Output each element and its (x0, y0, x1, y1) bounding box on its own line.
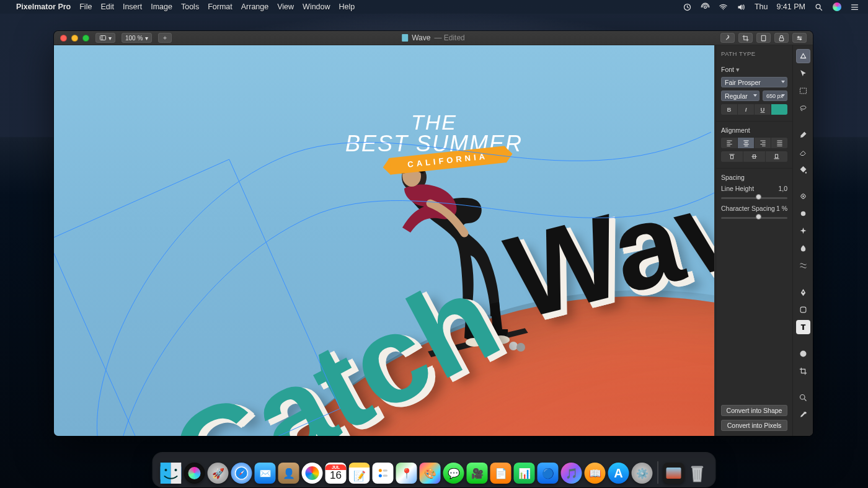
menu-edit[interactable]: Edit (100, 2, 114, 11)
tool-style[interactable] (796, 49, 810, 63)
dock-document[interactable] (663, 463, 684, 484)
menu-format[interactable]: Format (208, 2, 232, 11)
dock-pixelmator[interactable]: 🎨 (420, 463, 441, 484)
menubar-day[interactable]: Thu (755, 2, 768, 11)
font-family-dropdown[interactable]: Fair Prosper (721, 77, 787, 87)
spotlight-icon[interactable] (814, 2, 823, 12)
menu-help[interactable]: Help (339, 2, 355, 11)
menu-view[interactable]: View (277, 2, 294, 11)
valign-bottom[interactable] (766, 151, 787, 162)
dock-appstore[interactable]: A (608, 463, 629, 484)
dock-messages[interactable]: 💬 (443, 463, 464, 484)
wifi-icon[interactable] (719, 2, 728, 12)
font-size-dropdown[interactable]: 650 px (763, 91, 787, 101)
crop-button[interactable] (738, 33, 753, 43)
valign-top[interactable] (721, 151, 743, 162)
document-name: Wave (412, 33, 430, 42)
tool-rect-select[interactable] (796, 84, 810, 98)
dock-ibooks[interactable]: 📖 (585, 463, 606, 484)
tool-eraser[interactable] (796, 145, 810, 159)
dock-keynote[interactable]: 🔵 (538, 463, 559, 484)
menu-file[interactable]: File (79, 2, 92, 11)
dock-contacts[interactable]: 👤 (278, 463, 299, 484)
dock-pages[interactable]: 📄 (490, 463, 512, 484)
volume-icon[interactable] (737, 2, 746, 12)
valign-middle[interactable] (743, 151, 766, 162)
sidebar-toggle-button[interactable]: ▾ (95, 33, 115, 43)
dock-calendar[interactable]: JUL 16 (326, 463, 347, 484)
tool-arrow[interactable] (796, 66, 810, 81)
char-spacing-slider[interactable] (721, 215, 787, 221)
tool-eyedropper[interactable] (796, 408, 810, 422)
adjust-button[interactable] (792, 33, 807, 43)
dock-maps[interactable]: 📍 (396, 463, 417, 484)
tool-sharpen[interactable] (796, 224, 810, 238)
add-button[interactable]: ＋ (158, 33, 172, 43)
tool-pen[interactable] (796, 285, 810, 299)
tool-fill[interactable] (796, 162, 810, 177)
tool-clone[interactable] (796, 206, 810, 221)
menu-tools[interactable]: Tools (181, 2, 199, 11)
timemachine-icon[interactable] (683, 2, 692, 12)
font-weight-dropdown[interactable]: Regular (721, 91, 760, 101)
bold-toggle[interactable]: B (721, 104, 738, 115)
dock-mail[interactable]: ✉️ (255, 463, 276, 484)
align-left[interactable] (721, 138, 738, 148)
tool-gradient[interactable] (796, 347, 810, 361)
tool-type[interactable] (796, 320, 810, 334)
canvas-area[interactable]: THE BEST SUMMER CALIFORNIA Catch Catch W… (54, 45, 715, 436)
airdrop-icon[interactable] (701, 2, 710, 12)
dock-numbers[interactable]: 📊 (514, 463, 535, 484)
zoom-level-dropdown[interactable]: 100 %▾ (122, 33, 152, 43)
page-button[interactable] (756, 33, 771, 43)
window-close-button[interactable] (60, 35, 67, 42)
dock-finder[interactable] (161, 463, 182, 484)
dock-notes[interactable]: 📝 (349, 463, 370, 484)
tool-crop[interactable] (796, 364, 810, 378)
dock-siri[interactable] (184, 463, 205, 484)
align-justify[interactable] (771, 138, 787, 148)
align-right[interactable] (755, 138, 771, 148)
tool-heal[interactable] (796, 189, 810, 203)
window-zoom-button[interactable] (82, 35, 89, 42)
text-color-well[interactable] (771, 104, 787, 115)
convert-into-pixels-button[interactable]: Convert into Pixels (721, 420, 787, 431)
italic-toggle[interactable]: I (738, 104, 755, 115)
siri-icon[interactable] (832, 2, 841, 12)
svg-point-33 (379, 469, 382, 472)
dock-photos[interactable] (302, 463, 323, 484)
dock-facetime[interactable]: 🎥 (467, 463, 488, 484)
convert-into-shape-button[interactable]: Convert into Shape (721, 405, 787, 416)
menu-window[interactable]: Window (303, 2, 330, 11)
menu-insert[interactable]: Insert (123, 2, 142, 11)
menubar-app-name[interactable]: Pixelmator Pro (16, 2, 71, 11)
line-height-label: Line Height (721, 185, 754, 192)
dock-system-preferences[interactable]: ⚙️ (632, 463, 653, 484)
dock-reminders[interactable] (373, 463, 394, 484)
dock-calendar-day: 16 (330, 469, 342, 482)
tool-lasso[interactable] (796, 101, 810, 115)
tool-brush[interactable] (796, 128, 810, 142)
menu-image[interactable]: Image (151, 2, 172, 11)
lock-button[interactable] (774, 33, 789, 43)
window-minimize-button[interactable] (71, 35, 78, 42)
tool-zoom[interactable] (796, 391, 810, 405)
svg-point-25 (800, 211, 805, 216)
align-center[interactable] (738, 138, 755, 148)
tool-warp[interactable] (796, 259, 810, 273)
share-button[interactable] (720, 33, 735, 43)
dock-safari[interactable] (231, 463, 252, 484)
tool-smudge[interactable] (796, 241, 810, 255)
document-canvas[interactable]: THE BEST SUMMER CALIFORNIA Catch Catch W… (54, 45, 714, 436)
document-title[interactable]: Wave — Edited (402, 33, 465, 42)
menu-arrange[interactable]: Arrange (241, 2, 268, 11)
notification-center-icon[interactable] (850, 2, 859, 12)
dock-itunes[interactable]: 🎵 (561, 463, 582, 484)
dock-launchpad[interactable]: 🚀 (208, 463, 229, 484)
app-window: ▾ 100 %▾ ＋ Wave — Edited (54, 31, 813, 436)
underline-toggle[interactable]: U (755, 104, 771, 115)
dock-trash[interactable] (687, 463, 708, 484)
tool-shape[interactable] (796, 303, 810, 317)
line-height-slider[interactable] (721, 195, 787, 201)
menubar-time[interactable]: 9:41 PM (776, 2, 805, 11)
